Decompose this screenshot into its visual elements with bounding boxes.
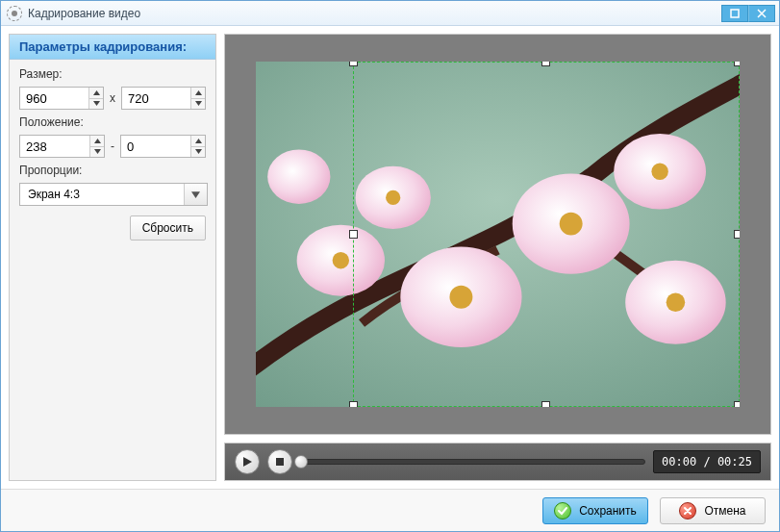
posx-input[interactable]: [20, 136, 89, 157]
crop-parameters-panel: Параметры кадрирования: Размер: x: [9, 34, 216, 481]
chevron-up-icon: [93, 90, 100, 95]
posy-step-up[interactable]: [191, 136, 205, 147]
window-title: Кадрирование видео: [28, 7, 721, 20]
seek-thumb[interactable]: [294, 455, 308, 469]
crop-handle-se[interactable]: [734, 401, 740, 407]
chevron-down-icon: [195, 149, 202, 154]
aspect-select[interactable]: Экран 4:3: [19, 183, 208, 206]
height-step-up[interactable]: [191, 88, 205, 99]
chevron-down-icon: [93, 101, 100, 106]
posx-step-up[interactable]: [90, 136, 104, 147]
chevron-down-icon: [195, 101, 202, 106]
svg-rect-15: [276, 458, 284, 466]
cancel-icon: [679, 502, 696, 519]
crop-box[interactable]: [353, 62, 740, 407]
size-label: Размер:: [19, 67, 206, 81]
maximize-icon: [730, 9, 740, 18]
chevron-down-icon: [191, 191, 200, 198]
position-row: -: [19, 135, 206, 158]
video-preview: [224, 34, 771, 435]
chevron-up-icon: [195, 90, 202, 95]
save-label: Сохранить: [579, 504, 637, 518]
size-row: x: [19, 87, 206, 110]
reset-button[interactable]: Сбросить: [130, 215, 206, 241]
seek-bar[interactable]: [300, 459, 645, 465]
position-label: Положение:: [19, 115, 206, 129]
crop-handle-s[interactable]: [541, 401, 550, 407]
posx-step-down[interactable]: [90, 147, 104, 158]
width-input[interactable]: [20, 88, 88, 109]
width-step-up[interactable]: [89, 88, 103, 99]
position-separator: -: [111, 139, 114, 153]
play-icon: [241, 456, 253, 468]
panel-body: Размер: x: [10, 60, 215, 248]
crop-handle-n[interactable]: [541, 62, 550, 66]
right-pane: 00:00 / 00:25: [224, 34, 771, 481]
stop-icon: [274, 456, 286, 468]
crop-handle-e[interactable]: [734, 230, 740, 239]
height-input[interactable]: [122, 88, 190, 109]
aspect-value: Экран 4:3: [20, 188, 184, 201]
dialog-footer: Сохранить Отмена: [1, 489, 779, 531]
panel-header: Параметры кадрирования:: [10, 35, 215, 60]
close-button[interactable]: [748, 5, 775, 22]
posx-spinner[interactable]: [19, 135, 105, 158]
crop-handle-sw[interactable]: [349, 401, 358, 407]
width-step-down[interactable]: [89, 99, 103, 110]
posy-input[interactable]: [121, 136, 190, 157]
close-icon: [757, 9, 767, 18]
stop-button[interactable]: [267, 449, 292, 474]
time-display: 00:00 / 00:25: [653, 450, 761, 473]
svg-rect-0: [731, 10, 739, 17]
content-area: Параметры кадрирования: Размер: x: [1, 26, 779, 489]
height-step-down[interactable]: [191, 99, 205, 110]
aspect-label: Пропорции:: [19, 164, 206, 177]
save-button[interactable]: Сохранить: [542, 497, 648, 524]
video-frame[interactable]: [256, 62, 740, 407]
player-controls: 00:00 / 00:25: [224, 443, 771, 481]
window-controls: [721, 5, 775, 22]
chevron-up-icon: [94, 139, 101, 143]
crop-handle-ne[interactable]: [734, 62, 740, 66]
svg-point-12: [333, 252, 349, 268]
crop-window: Кадрирование видео Параметры кадрировани…: [0, 0, 780, 532]
cancel-label: Отмена: [704, 504, 745, 518]
check-icon: [554, 502, 571, 519]
size-separator: x: [110, 91, 115, 105]
crop-handle-nw[interactable]: [349, 62, 358, 66]
aspect-dropdown-button[interactable]: [184, 184, 207, 205]
app-icon: [7, 6, 22, 21]
height-spinner[interactable]: [121, 87, 206, 110]
width-spinner[interactable]: [19, 87, 104, 110]
crop-handle-w[interactable]: [349, 230, 358, 239]
play-button[interactable]: [235, 449, 260, 474]
cancel-button[interactable]: Отмена: [660, 497, 766, 524]
chevron-down-icon: [94, 149, 101, 154]
posy-spinner[interactable]: [120, 135, 206, 158]
posy-step-down[interactable]: [191, 147, 205, 158]
svg-point-8: [267, 149, 330, 204]
chevron-up-icon: [195, 139, 202, 143]
titlebar: Кадрирование видео: [1, 1, 779, 26]
maximize-button[interactable]: [721, 5, 748, 22]
